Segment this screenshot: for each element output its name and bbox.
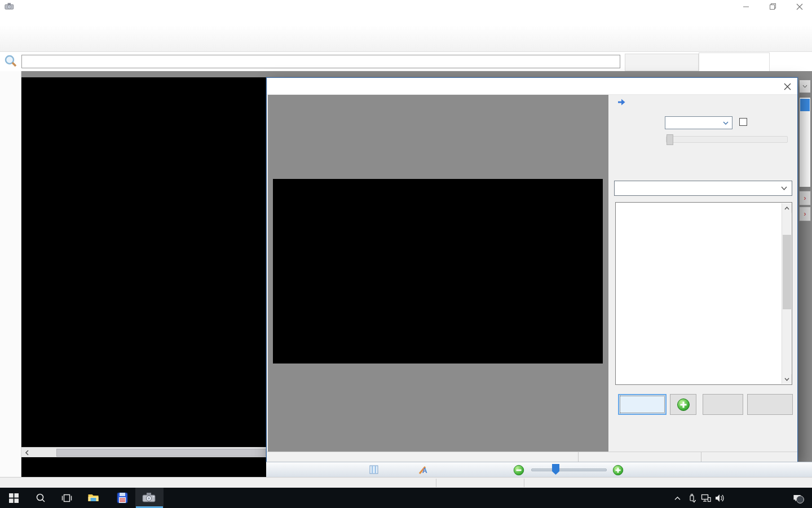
canvas-padding bbox=[21, 457, 266, 477]
usb-tray-icon[interactable] bbox=[685, 488, 699, 508]
process-combobox[interactable] bbox=[665, 116, 732, 129]
search-icon bbox=[3, 54, 18, 69]
vscroll-thumb[interactable] bbox=[783, 235, 791, 309]
svg-text:A: A bbox=[422, 467, 427, 475]
notification-badge bbox=[796, 496, 804, 503]
zoom-out-icon[interactable] bbox=[513, 465, 524, 476]
transparency-slider[interactable] bbox=[666, 136, 788, 143]
menu-bar bbox=[0, 13, 812, 25]
task-view-button[interactable] bbox=[55, 488, 78, 508]
panel-arrow-icon bbox=[617, 98, 626, 107]
scenario-btn2-edge[interactable]: › bbox=[799, 207, 811, 221]
fit-page-icon[interactable] bbox=[369, 465, 379, 475]
scroll-down-icon[interactable] bbox=[782, 374, 792, 384]
folder-icon bbox=[87, 493, 99, 503]
camera-icon bbox=[142, 492, 157, 504]
dialog-status-hint bbox=[267, 452, 579, 462]
dialog-titlebar bbox=[267, 78, 797, 95]
app-camera-icon bbox=[5, 2, 15, 11]
effect-type-select[interactable] bbox=[614, 181, 792, 196]
chevron-up-icon bbox=[674, 496, 681, 501]
zoom-slider-thumb[interactable] bbox=[552, 464, 559, 475]
scenario-btn1-edge[interactable]: › bbox=[799, 191, 811, 205]
scenario-selected-edge bbox=[800, 99, 810, 111]
thumbnails-scrollbar[interactable] bbox=[782, 203, 791, 384]
zoom-in-icon[interactable] bbox=[612, 465, 624, 476]
scroll-left-icon[interactable] bbox=[21, 448, 33, 457]
canvas-image[interactable] bbox=[21, 77, 266, 447]
volume-tray-icon[interactable] bbox=[712, 488, 727, 508]
effect-thumbnails bbox=[615, 202, 792, 385]
app-titlebar bbox=[0, 0, 812, 13]
installer-app-button[interactable] bbox=[111, 488, 134, 508]
photostudio-app-button[interactable] bbox=[135, 488, 164, 508]
canvas-hscrollbar[interactable] bbox=[21, 447, 266, 457]
scroll-up-icon[interactable] bbox=[782, 203, 792, 213]
chevron-down-icon bbox=[781, 186, 787, 190]
ok-button[interactable] bbox=[703, 394, 743, 415]
chevron-down-icon bbox=[723, 121, 729, 125]
desktop: › › bbox=[0, 0, 812, 508]
tab-scenarios[interactable] bbox=[699, 52, 770, 71]
task-view-icon bbox=[61, 493, 72, 503]
dialog-statusbar bbox=[267, 452, 797, 462]
windows-logo-icon bbox=[9, 493, 19, 503]
plus-icon bbox=[677, 398, 690, 411]
zoom-slider[interactable] bbox=[531, 468, 607, 471]
hscroll-thumb[interactable] bbox=[56, 449, 266, 457]
cancel-button[interactable] bbox=[747, 394, 793, 415]
search-icon bbox=[36, 493, 46, 503]
tray-expand-button[interactable] bbox=[670, 488, 685, 508]
floppy-app-icon bbox=[116, 492, 129, 504]
effects-dialog bbox=[266, 77, 798, 462]
start-button[interactable] bbox=[2, 488, 25, 508]
scenario-combo-edge[interactable] bbox=[799, 80, 811, 93]
file-explorer-button[interactable] bbox=[81, 488, 105, 508]
actual-size-icon[interactable]: A bbox=[418, 465, 429, 475]
taskbar-search-button[interactable] bbox=[29, 488, 52, 508]
taskbar bbox=[0, 488, 812, 508]
transparency-checkbox[interactable] bbox=[739, 118, 747, 126]
dialog-status-size bbox=[579, 452, 701, 462]
zoom-bar: A bbox=[266, 462, 812, 477]
dialog-status-zoom bbox=[701, 452, 797, 462]
action-center-button[interactable] bbox=[787, 488, 806, 508]
dialog-close-icon[interactable] bbox=[782, 81, 793, 92]
app-statusbar bbox=[0, 477, 812, 488]
search-row bbox=[0, 52, 812, 71]
minimize-button[interactable] bbox=[733, 0, 758, 13]
scenario-list-edge[interactable] bbox=[799, 97, 811, 187]
toolbar bbox=[0, 25, 812, 52]
restore-button[interactable] bbox=[760, 0, 785, 13]
language-indicator[interactable] bbox=[726, 488, 745, 508]
tool-palette bbox=[0, 71, 21, 477]
tab-history[interactable] bbox=[625, 54, 699, 71]
close-button[interactable] bbox=[787, 0, 812, 13]
scenarios-panel-sliver: › › bbox=[798, 71, 812, 477]
dialog-preview-area bbox=[268, 95, 608, 452]
dialog-preview-image bbox=[273, 179, 603, 364]
transparency-slider-thumb[interactable] bbox=[667, 134, 673, 145]
search-input[interactable] bbox=[21, 55, 620, 68]
preview-button[interactable] bbox=[618, 394, 667, 415]
effects-panel bbox=[608, 95, 797, 452]
add-effect-button[interactable] bbox=[670, 394, 696, 415]
